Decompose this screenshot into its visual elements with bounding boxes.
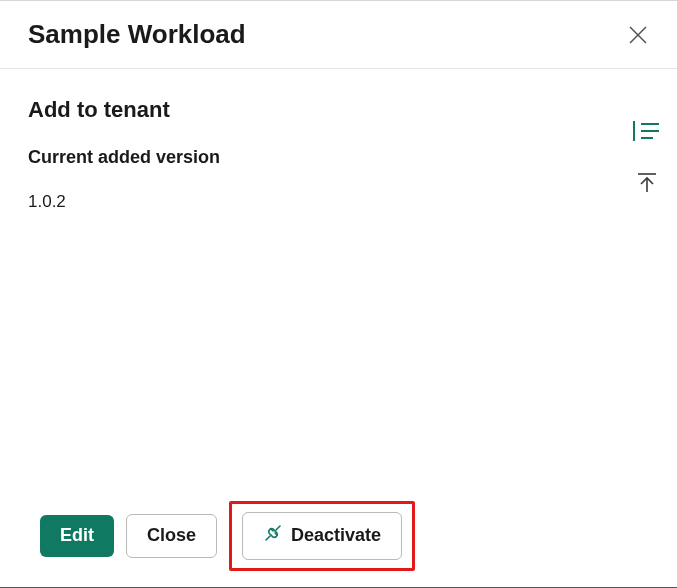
panel-content: Add to tenant Current added version 1.0.… bbox=[0, 69, 677, 212]
version-value: 1.0.2 bbox=[28, 192, 649, 212]
panel-title: Sample Workload bbox=[28, 19, 246, 50]
plug-disconnected-icon bbox=[263, 523, 283, 549]
right-rail bbox=[633, 119, 661, 195]
deactivate-label: Deactivate bbox=[291, 525, 381, 547]
list-icon[interactable] bbox=[633, 119, 661, 143]
edit-button[interactable]: Edit bbox=[40, 515, 114, 557]
version-label: Current added version bbox=[28, 147, 649, 168]
close-button[interactable]: Close bbox=[126, 514, 217, 558]
scroll-top-icon[interactable] bbox=[635, 171, 659, 195]
section-title: Add to tenant bbox=[28, 97, 649, 123]
footer-actions: Edit Close Deactivate bbox=[40, 501, 415, 571]
deactivate-highlight: Deactivate bbox=[229, 501, 415, 571]
panel-header: Sample Workload bbox=[0, 1, 677, 69]
close-icon[interactable] bbox=[627, 24, 649, 46]
deactivate-button[interactable]: Deactivate bbox=[242, 512, 402, 560]
